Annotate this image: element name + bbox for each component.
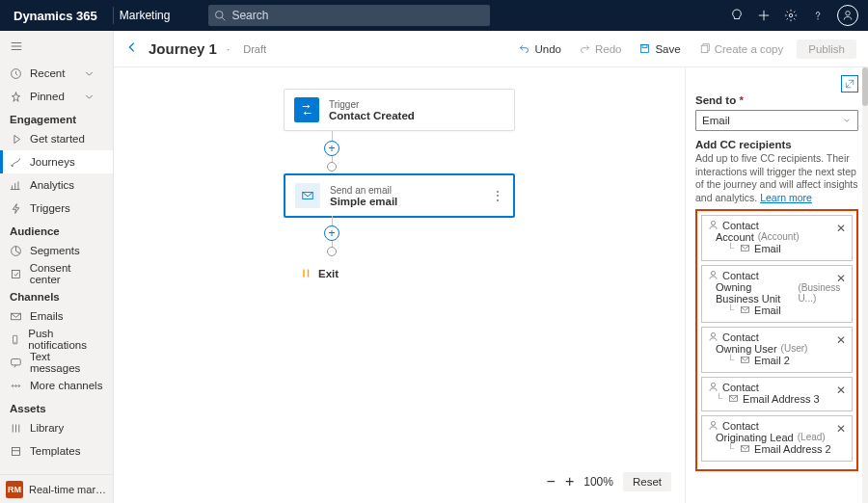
sidebar-item-segments[interactable]: Segments (0, 239, 113, 262)
contact-row: Contact (708, 420, 846, 432)
email-field-row: └Email 2 (708, 355, 846, 366)
trigger-node[interactable]: TriggerContact Created (284, 89, 515, 131)
svg-line-1 (223, 17, 226, 20)
cc-recipient-card[interactable]: ✕ContactAccount (Account)└Email (701, 215, 853, 261)
remove-recipient-button[interactable]: ✕ (836, 422, 846, 436)
add-node-button[interactable]: + (324, 141, 339, 156)
status-dot: · (227, 42, 230, 56)
undo-button[interactable]: Undo (514, 39, 565, 59)
sidebar-label: Recent (30, 67, 65, 79)
svg-rect-19 (12, 447, 19, 455)
journey-canvas[interactable]: TriggerContact Created + Send an emailSi… (114, 67, 685, 503)
sidebar-label: Analytics (30, 179, 74, 191)
sendto-select[interactable]: Email (695, 110, 858, 131)
relation-row: Account (Account) (708, 231, 846, 243)
lightbulb-icon[interactable] (723, 2, 750, 29)
sidebar-pinned[interactable]: Pinned (0, 85, 113, 108)
email-field-row: └Email (708, 243, 846, 254)
add-node-button[interactable]: + (324, 225, 339, 241)
sidebar-item-text[interactable]: Text messages (0, 351, 113, 374)
redo-button: Redo (575, 39, 626, 59)
sidebar-item-more-channels[interactable]: More channels (0, 374, 113, 397)
learn-more-link[interactable]: Learn more (760, 192, 812, 203)
zoom-in-button[interactable]: + (565, 473, 574, 490)
sidebar-recent[interactable]: Recent (0, 62, 113, 85)
remove-recipient-button[interactable]: ✕ (836, 272, 846, 285)
svg-point-4 (789, 13, 793, 17)
status-badge: Draft (243, 43, 266, 55)
search-input[interactable]: Search (208, 5, 490, 26)
svg-point-18 (18, 384, 20, 386)
email-node[interactable]: Send an emailSimple email ⋮ (284, 173, 515, 218)
cc-recipient-card[interactable]: ✕ContactOriginating Lead (Lead)└Email Ad… (701, 415, 853, 462)
zoom-out-button[interactable]: − (547, 473, 556, 490)
gear-icon[interactable] (777, 2, 804, 29)
remove-recipient-button[interactable]: ✕ (836, 222, 846, 235)
sidebar-item-consent[interactable]: Consent center (0, 262, 113, 285)
trigger-icon (294, 97, 319, 122)
command-bar: Journey 1 · Draft Undo Redo Save Create … (114, 31, 868, 67)
node-type: Trigger (329, 99, 415, 110)
area-badge: RM (6, 481, 23, 498)
main: Journey 1 · Draft Undo Redo Save Create … (114, 31, 868, 503)
avatar[interactable] (837, 5, 858, 26)
sidebar-item-get-started[interactable]: Get started (0, 127, 113, 150)
zoom-level: 100% (583, 475, 613, 489)
help-icon[interactable] (804, 2, 831, 29)
contact-row: Contact (708, 382, 846, 393)
cc-recipient-card[interactable]: ✕Contact└Email Address 3 (701, 377, 853, 411)
svg-point-33 (711, 421, 715, 425)
node-title: Simple email (330, 196, 397, 207)
plus-icon[interactable] (750, 2, 777, 29)
svg-point-16 (12, 384, 14, 386)
back-button[interactable] (125, 40, 139, 57)
zoom-reset-button[interactable]: Reset (623, 472, 671, 491)
cc-title: Add CC recipients (695, 139, 858, 150)
area-name: Real-time marketi... (29, 484, 107, 495)
sidebar-label: Library (30, 422, 64, 434)
expand-panel-button[interactable] (841, 75, 858, 93)
cc-recipient-card[interactable]: ✕ContactOwning Business Unit (Business U… (701, 265, 853, 323)
scrollbar[interactable] (862, 67, 868, 503)
sidebar-item-library[interactable]: Library (0, 416, 113, 439)
contact-row: Contact (708, 220, 846, 231)
svg-point-0 (216, 12, 224, 19)
remove-recipient-button[interactable]: ✕ (836, 384, 846, 397)
exit-node[interactable]: Exit (301, 268, 339, 279)
save-button[interactable]: Save (635, 39, 684, 59)
group-header: Channels (0, 285, 113, 304)
search-icon (214, 10, 226, 21)
email-field-row: └Email Address 2 (708, 443, 846, 455)
connector-endpoint (327, 162, 337, 172)
contact-row: Contact (708, 331, 846, 343)
properties-panel: Send to * Email Add CC recipients Add up… (685, 67, 868, 503)
sidebar-item-push[interactable]: Push notifications (0, 328, 113, 351)
brand-divider (113, 7, 114, 24)
remove-recipient-button[interactable]: ✕ (836, 333, 846, 347)
more-icon[interactable]: ⋮ (473, 189, 503, 202)
sidebar-label: Text messages (30, 351, 103, 374)
cc-help: Add up to five CC recipients. Their inte… (695, 152, 858, 205)
cc-recipient-card[interactable]: ✕ContactOwning User (User)└Email 2 (701, 327, 853, 373)
email-icon (295, 183, 320, 208)
svg-point-17 (15, 384, 17, 386)
chevron-down-icon (83, 91, 95, 103)
svg-point-25 (711, 221, 715, 225)
relation-row: Originating Lead (Lead) (708, 432, 846, 443)
group-header: Audience (0, 220, 113, 239)
area-switcher[interactable]: RM Real-time marketi... (0, 474, 113, 503)
sidebar-label: Triggers (30, 202, 70, 214)
chevron-down-icon (842, 116, 852, 125)
hamburger-icon[interactable] (0, 31, 113, 62)
sidebar-item-templates[interactable]: Templates (0, 439, 113, 463)
svg-rect-11 (12, 270, 19, 278)
sidebar-label: Consent center (30, 262, 103, 285)
area-label: Marketing (120, 9, 171, 22)
sidebar-item-journeys[interactable]: Journeys (0, 150, 113, 173)
sidebar-item-triggers[interactable]: Triggers (0, 197, 113, 220)
sidebar-label: Journeys (30, 156, 75, 168)
global-header: Dynamics 365 Marketing Search (0, 0, 868, 31)
email-field-row: └Email (708, 304, 846, 316)
sidebar-item-emails[interactable]: Emails (0, 304, 113, 328)
sidebar-item-analytics[interactable]: Analytics (0, 173, 113, 197)
